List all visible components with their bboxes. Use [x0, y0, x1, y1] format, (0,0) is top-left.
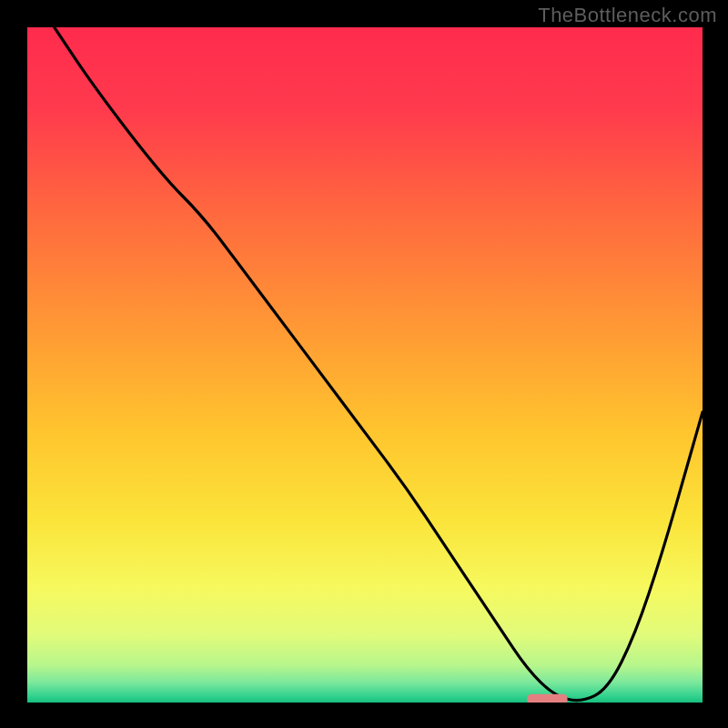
watermark-text: TheBottleneck.com: [538, 4, 717, 27]
curve-layer: [27, 27, 703, 703]
plot-area: [27, 27, 703, 703]
valley-marker: [527, 694, 568, 703]
plot-frame: [27, 27, 703, 703]
chart-container: TheBottleneck.com: [0, 0, 728, 728]
bottleneck-curve: [55, 27, 703, 701]
